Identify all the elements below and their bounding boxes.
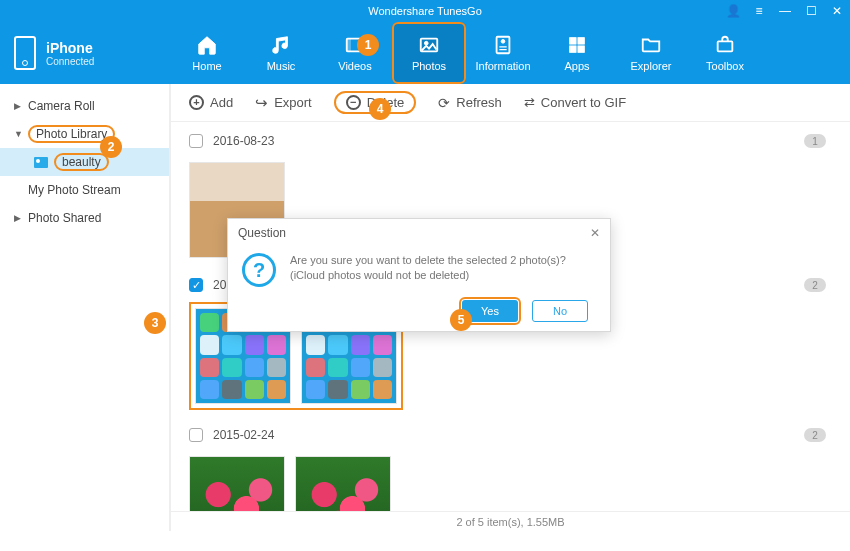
checkbox[interactable] xyxy=(189,428,203,442)
sidebar: ▶ Camera Roll ▼ Photo Library beaulty My… xyxy=(0,84,170,531)
phone-icon xyxy=(14,36,36,70)
question-icon: ? xyxy=(242,253,276,287)
group-count: 1 xyxy=(804,134,826,148)
dialog-message: Are you sure you want to delete the sele… xyxy=(290,253,596,284)
nav-label: Music xyxy=(267,60,296,72)
nav-apps[interactable]: Apps xyxy=(540,22,614,84)
group-count: 2 xyxy=(804,278,826,292)
refresh-icon: ⟳ xyxy=(438,95,450,111)
annotation-balloon: 5 xyxy=(450,309,472,331)
nav-label: Toolbox xyxy=(706,60,744,72)
button-label: Refresh xyxy=(456,95,502,110)
minimize-icon[interactable]: — xyxy=(778,4,792,18)
group-count: 2 xyxy=(804,428,826,442)
chevron-right-icon: ▶ xyxy=(14,213,22,223)
close-icon[interactable]: ✕ xyxy=(590,226,600,240)
add-button[interactable]: + Add xyxy=(189,95,233,110)
nav-label: Information xyxy=(475,60,530,72)
svg-rect-9 xyxy=(570,46,576,52)
button-label: Add xyxy=(210,95,233,110)
plus-icon: + xyxy=(189,95,204,110)
chevron-down-icon: ▼ xyxy=(14,129,22,139)
nav-label: Videos xyxy=(338,60,371,72)
svg-rect-8 xyxy=(578,38,584,44)
status-text: 2 of 5 item(s), 1.55MB xyxy=(456,516,564,528)
refresh-button[interactable]: ⟳ Refresh xyxy=(438,95,502,111)
maximize-icon[interactable]: ☐ xyxy=(804,4,818,18)
toolbar: + Add ↪ Export − Delete ⟳ Refresh ⇄ Conv… xyxy=(171,84,850,122)
export-icon: ↪ xyxy=(255,94,268,112)
checkbox[interactable] xyxy=(189,134,203,148)
photo-thumbnail[interactable] xyxy=(295,456,391,511)
nav-label: Explorer xyxy=(631,60,672,72)
minus-icon: − xyxy=(346,95,361,110)
sidebar-item-beaulty[interactable]: beaulty xyxy=(0,148,169,176)
svg-point-4 xyxy=(424,41,428,45)
annotation-balloon: 2 xyxy=(100,136,122,158)
device-panel[interactable]: iPhone Connected xyxy=(0,22,170,84)
nav-label: Photos xyxy=(412,60,446,72)
sidebar-item-label: beaulty xyxy=(54,153,109,171)
sidebar-item-my-photo-stream[interactable]: My Photo Stream xyxy=(0,176,169,204)
status-bar: 2 of 5 item(s), 1.55MB xyxy=(171,511,850,531)
convert-gif-button[interactable]: ⇄ Convert to GIF xyxy=(524,95,626,110)
window-controls: 👤 ≡ — ☐ ✕ xyxy=(726,0,844,22)
group-header[interactable]: 2016-08-23 1 xyxy=(189,128,832,154)
svg-point-6 xyxy=(501,40,505,44)
nav-explorer[interactable]: Explorer xyxy=(614,22,688,84)
checkbox-checked[interactable]: ✓ xyxy=(189,278,203,292)
convert-icon: ⇄ xyxy=(524,95,535,110)
header: iPhone Connected Home Music Videos Photo… xyxy=(0,22,850,84)
sidebar-item-label: Photo Shared xyxy=(28,211,101,225)
svg-rect-1 xyxy=(347,39,351,52)
device-status: Connected xyxy=(46,56,94,67)
nav-label: Home xyxy=(192,60,221,72)
button-label: No xyxy=(553,305,567,317)
button-label: Export xyxy=(274,95,312,110)
sidebar-item-camera-roll[interactable]: ▶ Camera Roll xyxy=(0,92,169,120)
sidebar-item-photo-library[interactable]: ▼ Photo Library xyxy=(0,120,169,148)
annotation-balloon: 4 xyxy=(369,98,391,120)
nav-information[interactable]: Information xyxy=(466,22,540,84)
nav-music[interactable]: Music xyxy=(244,22,318,84)
button-label: Yes xyxy=(481,305,499,317)
album-icon xyxy=(34,157,48,168)
export-button[interactable]: ↪ Export xyxy=(255,94,312,112)
nav-videos[interactable]: Videos xyxy=(318,22,392,84)
sidebar-item-label: Camera Roll xyxy=(28,99,95,113)
annotation-balloon: 1 xyxy=(357,34,379,56)
app-title: Wondershare TunesGo xyxy=(368,5,482,17)
user-icon[interactable]: 👤 xyxy=(726,4,740,18)
main-nav: Home Music Videos Photos Information App… xyxy=(170,22,850,84)
no-button[interactable]: No xyxy=(532,300,588,322)
button-label: Convert to GIF xyxy=(541,95,626,110)
close-icon[interactable]: ✕ xyxy=(830,4,844,18)
menu-icon[interactable]: ≡ xyxy=(752,4,766,18)
group-date: 2015-02-24 xyxy=(213,428,274,442)
title-bar: Wondershare TunesGo 👤 ≡ — ☐ ✕ xyxy=(0,0,850,22)
nav-photos[interactable]: Photos xyxy=(392,22,466,84)
group-date: 2016-08-23 xyxy=(213,134,274,148)
nav-label: Apps xyxy=(564,60,589,72)
device-name: iPhone xyxy=(46,40,94,56)
svg-rect-7 xyxy=(570,38,576,44)
annotation-balloon: 3 xyxy=(144,312,166,334)
svg-rect-10 xyxy=(578,46,584,52)
group-header[interactable]: 2015-02-24 2 xyxy=(189,422,832,448)
photo-thumbnail[interactable] xyxy=(189,456,285,511)
sidebar-item-photo-shared[interactable]: ▶ Photo Shared xyxy=(0,204,169,232)
sidebar-item-label: My Photo Stream xyxy=(28,183,121,197)
chevron-right-icon: ▶ xyxy=(14,101,22,111)
nav-toolbox[interactable]: Toolbox xyxy=(688,22,762,84)
svg-rect-11 xyxy=(718,41,733,51)
confirm-dialog: Question ✕ ? Are you sure you want to de… xyxy=(227,218,611,332)
dialog-title: Question xyxy=(238,226,286,240)
nav-home[interactable]: Home xyxy=(170,22,244,84)
